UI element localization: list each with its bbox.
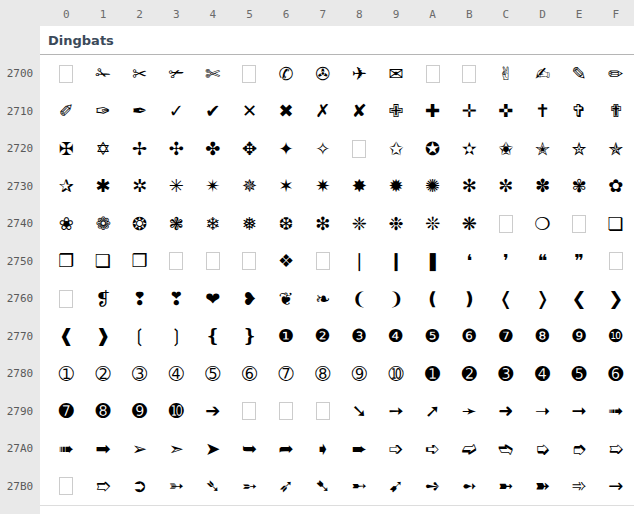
missing-glyph-cell[interactable] [231, 393, 268, 431]
missing-glyph-cell[interactable] [341, 130, 378, 168]
glyph-cell[interactable]: ➴ [195, 468, 232, 506]
glyph-cell[interactable]: ➳ [158, 468, 195, 506]
glyph-cell[interactable]: ✠ [48, 130, 85, 168]
glyph-cell[interactable]: ✬ [488, 130, 525, 168]
glyph-cell[interactable]: ✛ [451, 93, 488, 131]
glyph-cell[interactable]: ➶ [268, 468, 305, 506]
glyph-cell[interactable]: ❖ [268, 243, 305, 281]
glyph-cell[interactable]: ✙ [378, 93, 415, 131]
glyph-cell[interactable]: ❹ [378, 318, 415, 356]
glyph-cell[interactable]: ✻ [451, 168, 488, 206]
missing-glyph-cell[interactable] [304, 243, 341, 281]
glyph-cell[interactable]: ✢ [121, 130, 158, 168]
glyph-cell[interactable]: ✵ [231, 168, 268, 206]
glyph-cell[interactable]: ✐ [48, 93, 85, 131]
glyph-cell[interactable]: ❐ [48, 243, 85, 281]
glyph-cell[interactable]: ✎ [561, 55, 598, 93]
glyph-cell[interactable]: ❾ [561, 318, 598, 356]
glyph-cell[interactable]: ✆ [268, 55, 305, 93]
glyph-cell[interactable]: ❜ [488, 243, 525, 281]
glyph-cell[interactable]: ✷ [304, 168, 341, 206]
glyph-cell[interactable]: ✽ [524, 168, 561, 206]
glyph-cell[interactable]: ❻ [451, 318, 488, 356]
missing-glyph-cell[interactable] [304, 393, 341, 431]
missing-glyph-cell[interactable] [48, 280, 85, 318]
glyph-cell[interactable]: ❭ [524, 280, 561, 318]
glyph-cell[interactable]: ✇ [304, 55, 341, 93]
glyph-cell[interactable]: ➐ [48, 393, 85, 431]
glyph-cell[interactable]: ❈ [341, 205, 378, 243]
glyph-cell[interactable]: ❡ [85, 280, 122, 318]
glyph-cell[interactable]: ➆ [268, 355, 305, 393]
glyph-cell[interactable]: ✣ [158, 130, 195, 168]
glyph-cell[interactable]: ✖ [268, 93, 305, 131]
glyph-cell[interactable]: ❊ [414, 205, 451, 243]
glyph-cell[interactable]: ❲ [121, 318, 158, 356]
glyph-cell[interactable]: ❳ [158, 318, 195, 356]
missing-glyph-cell[interactable] [231, 55, 268, 93]
missing-glyph-cell[interactable] [268, 393, 305, 431]
glyph-cell[interactable]: ❉ [378, 205, 415, 243]
glyph-cell[interactable]: ➓ [158, 393, 195, 431]
glyph-cell[interactable]: ✼ [488, 168, 525, 206]
glyph-cell[interactable]: ❴ [195, 318, 232, 356]
glyph-cell[interactable]: ✴ [195, 168, 232, 206]
glyph-cell[interactable]: ❙ [378, 243, 415, 281]
glyph-cell[interactable]: ➒ [121, 393, 158, 431]
missing-glyph-cell[interactable] [414, 55, 451, 93]
glyph-cell[interactable]: ➮ [561, 430, 598, 468]
glyph-cell[interactable]: ➞ [561, 393, 598, 431]
glyph-cell[interactable]: ✍ [524, 55, 561, 93]
glyph-cell[interactable]: ➫ [451, 430, 488, 468]
glyph-cell[interactable]: ➀ [48, 355, 85, 393]
glyph-cell[interactable]: ✚ [414, 93, 451, 131]
glyph-cell[interactable]: ❨ [341, 280, 378, 318]
glyph-cell[interactable]: ➋ [451, 355, 488, 393]
glyph-cell[interactable]: ✪ [414, 130, 451, 168]
glyph-cell[interactable]: ➤ [195, 430, 232, 468]
glyph-cell[interactable]: ❍ [524, 205, 561, 243]
glyph-cell[interactable]: ✥ [231, 130, 268, 168]
glyph-cell[interactable]: ✳ [158, 168, 195, 206]
glyph-cell[interactable]: ✤ [195, 130, 232, 168]
glyph-cell[interactable]: ➃ [158, 355, 195, 393]
glyph-cell[interactable]: ❝ [524, 243, 561, 281]
missing-glyph-cell[interactable] [195, 243, 232, 281]
glyph-cell[interactable]: ❢ [121, 280, 158, 318]
glyph-cell[interactable]: ❁ [85, 205, 122, 243]
glyph-cell[interactable]: ✑ [85, 93, 122, 131]
glyph-cell[interactable]: ➏ [597, 355, 634, 393]
glyph-cell[interactable]: ❺ [414, 318, 451, 356]
glyph-cell[interactable]: ✉ [378, 55, 415, 93]
glyph-cell[interactable]: ➺ [414, 468, 451, 506]
glyph-cell[interactable]: ➡ [85, 430, 122, 468]
glyph-cell[interactable]: ❞ [561, 243, 598, 281]
glyph-cell[interactable]: ➼ [488, 468, 525, 506]
glyph-cell[interactable]: ❘ [341, 243, 378, 281]
glyph-cell[interactable]: ➟ [597, 393, 634, 431]
glyph-cell[interactable]: ➌ [488, 355, 525, 393]
glyph-cell[interactable]: ❰ [48, 318, 85, 356]
missing-glyph-cell[interactable] [451, 55, 488, 93]
glyph-cell[interactable]: ✰ [48, 168, 85, 206]
glyph-cell[interactable]: ➑ [85, 393, 122, 431]
glyph-cell[interactable]: ❯ [597, 280, 634, 318]
glyph-cell[interactable]: ➪ [414, 430, 451, 468]
glyph-cell[interactable]: → [597, 468, 634, 506]
glyph-cell[interactable]: ❀ [48, 205, 85, 243]
glyph-cell[interactable]: ➻ [451, 468, 488, 506]
glyph-cell[interactable]: ➵ [231, 468, 268, 506]
glyph-cell[interactable]: ❏ [597, 205, 634, 243]
glyph-cell[interactable]: ✯ [597, 130, 634, 168]
glyph-cell[interactable]: ➔ [195, 393, 232, 431]
glyph-cell[interactable]: ✸ [341, 168, 378, 206]
missing-glyph-cell[interactable] [597, 243, 634, 281]
glyph-cell[interactable]: ➇ [304, 355, 341, 393]
glyph-cell[interactable]: ❼ [488, 318, 525, 356]
glyph-cell[interactable]: ➭ [524, 430, 561, 468]
glyph-cell[interactable]: ❩ [378, 280, 415, 318]
glyph-cell[interactable]: ➄ [195, 355, 232, 393]
glyph-cell[interactable]: ❷ [304, 318, 341, 356]
missing-glyph-cell[interactable] [158, 243, 195, 281]
glyph-cell[interactable]: ✁ [85, 55, 122, 93]
